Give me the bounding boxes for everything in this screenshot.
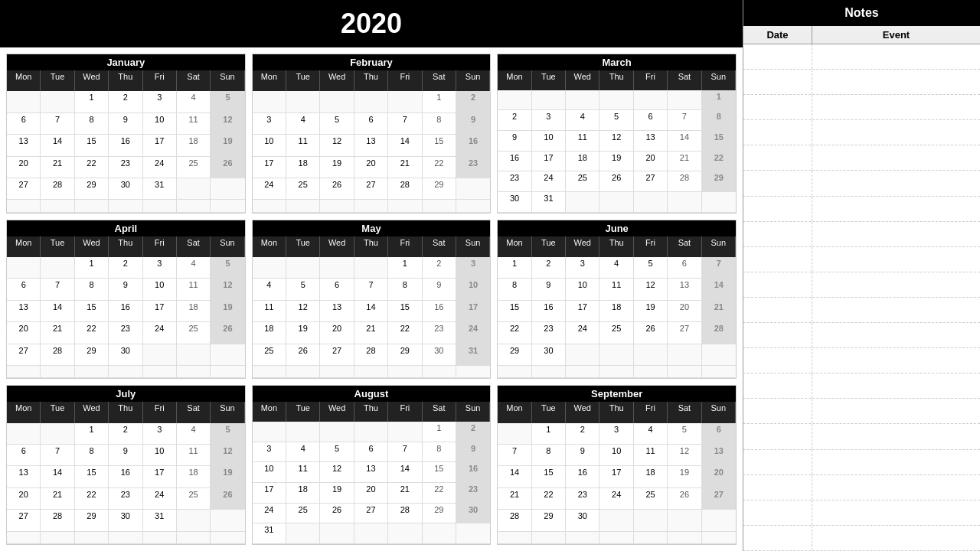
day-cell xyxy=(320,422,354,442)
day-cell xyxy=(253,422,286,442)
day-cell xyxy=(7,257,41,279)
day-cell: 2 xyxy=(498,110,531,131)
day-cell: 7 xyxy=(668,110,701,131)
day-cell xyxy=(566,192,599,213)
day-header: Wed xyxy=(75,236,109,257)
day-cell: 30 xyxy=(109,510,142,531)
day-cell xyxy=(211,532,244,544)
day-cell: 6 xyxy=(634,110,668,131)
day-cell: 21 xyxy=(354,322,388,344)
day-cell xyxy=(211,200,244,212)
day-cell: 4 xyxy=(177,91,211,112)
day-cell: 28 xyxy=(388,504,422,524)
day-cell: 10 xyxy=(253,462,286,483)
day-cell: 17 xyxy=(143,301,177,322)
day-cell: 20 xyxy=(7,322,41,344)
notes-date-cell xyxy=(743,197,812,221)
day-cell: 6 xyxy=(354,442,388,463)
day-cell: 14 xyxy=(41,135,74,156)
day-cell: 3 xyxy=(253,442,286,463)
day-cell: 21 xyxy=(41,322,74,344)
day-cell: 23 xyxy=(456,483,490,504)
day-header: Sat xyxy=(177,70,211,91)
day-cell: 24 xyxy=(566,322,599,344)
month-header: March xyxy=(498,54,736,70)
day-cell xyxy=(668,532,701,544)
day-cell xyxy=(423,523,456,544)
cal-grid: MonTueWedThuFriSatSun1234567891011121314… xyxy=(253,402,491,544)
day-cell: 7 xyxy=(702,257,736,279)
day-cell: 3 xyxy=(599,423,633,445)
day-cell: 22 xyxy=(423,157,456,178)
day-cell xyxy=(7,200,41,212)
notes-date-cell xyxy=(743,373,812,398)
day-cell: 2 xyxy=(456,422,490,442)
day-cell: 16 xyxy=(109,466,142,487)
day-cell: 14 xyxy=(498,466,531,487)
day-cell: 27 xyxy=(320,344,354,366)
day-cell: 8 xyxy=(498,279,531,300)
day-cell: 19 xyxy=(599,152,633,172)
day-cell: 20 xyxy=(354,483,388,504)
day-cell xyxy=(599,366,633,378)
day-cell: 3 xyxy=(566,257,599,279)
day-header: Sat xyxy=(668,402,701,422)
day-cell: 12 xyxy=(320,135,354,156)
day-cell: 18 xyxy=(599,301,633,322)
day-cell: 1 xyxy=(75,91,109,112)
day-header: Sun xyxy=(456,402,490,422)
day-header: Wed xyxy=(320,236,354,257)
day-cell: 27 xyxy=(702,488,736,510)
day-cell: 12 xyxy=(320,462,354,483)
notes-event-cell xyxy=(812,95,980,119)
day-cell: 29 xyxy=(75,510,109,531)
notes-event-cell xyxy=(812,171,980,195)
day-cell: 22 xyxy=(75,488,109,510)
day-cell: 11 xyxy=(286,462,320,483)
day-header: Tue xyxy=(41,70,74,91)
day-cell xyxy=(41,91,74,112)
day-cell: 7 xyxy=(41,279,74,300)
day-header: Thu xyxy=(109,236,142,257)
notes-date-cell xyxy=(743,475,812,500)
notes-date-cell xyxy=(743,70,812,94)
day-cell xyxy=(177,532,211,544)
day-cell xyxy=(253,366,286,378)
day-header: Fri xyxy=(388,402,422,422)
day-cell: 25 xyxy=(253,344,286,366)
day-cell: 27 xyxy=(7,510,41,531)
notes-date-cell xyxy=(743,323,812,347)
day-cell: 22 xyxy=(388,322,422,344)
day-cell xyxy=(177,366,211,378)
day-cell: 7 xyxy=(41,113,74,135)
day-cell: 2 xyxy=(109,423,142,445)
day-cell: 14 xyxy=(388,135,422,156)
notes-date-cell xyxy=(743,424,812,448)
notes-date-cell xyxy=(743,145,812,170)
day-cell: 26 xyxy=(320,178,354,200)
day-header: Mon xyxy=(253,236,286,257)
day-cell xyxy=(109,200,142,212)
month-header: February xyxy=(253,54,491,70)
day-cell: 6 xyxy=(702,423,736,445)
day-cell: 7 xyxy=(388,113,422,135)
day-cell: 5 xyxy=(286,279,320,300)
day-cell: 28 xyxy=(41,178,74,200)
day-cell xyxy=(456,523,490,544)
day-cell: 21 xyxy=(498,488,531,510)
day-cell: 30 xyxy=(456,504,490,524)
day-cell xyxy=(286,257,320,279)
day-cell: 11 xyxy=(177,279,211,300)
notes-date-header: Date xyxy=(743,26,812,44)
day-header: Fri xyxy=(388,236,422,257)
day-cell xyxy=(498,423,531,445)
day-cell: 27 xyxy=(7,344,41,366)
day-cell: 6 xyxy=(7,279,41,300)
day-cell: 7 xyxy=(354,279,388,300)
day-cell: 18 xyxy=(177,135,211,156)
day-cell xyxy=(702,344,736,366)
day-cell: 21 xyxy=(668,152,701,172)
month-calendar-march: MarchMonTueWedThuFriSatSun12345678910111… xyxy=(497,54,737,214)
day-cell: 11 xyxy=(286,135,320,156)
day-header: Sun xyxy=(456,236,490,257)
